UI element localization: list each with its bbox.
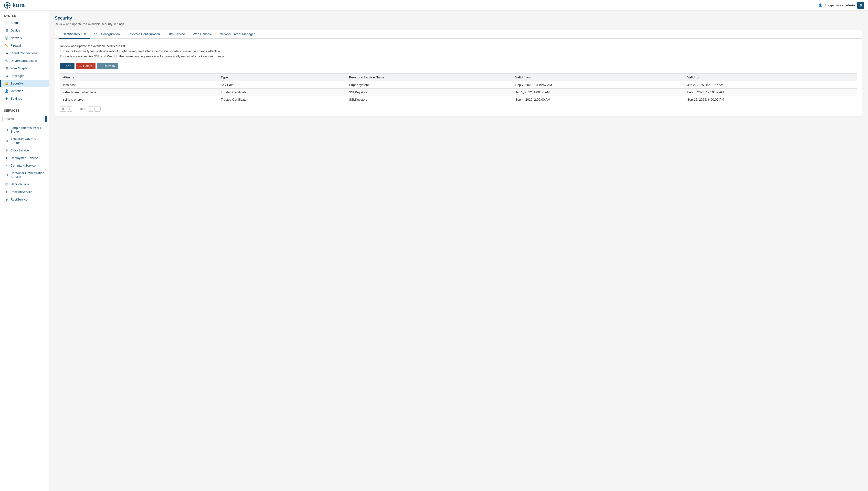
cell-keystore-service-name: SSLKeystore: [346, 96, 512, 103]
cell-type: Trusted Certificate: [218, 96, 346, 103]
sidebar-item-label: Network: [10, 36, 22, 40]
cell-keystore-service-name: SSLKeystore: [346, 89, 512, 96]
sidebar-item-label: Wire Graph: [10, 66, 27, 70]
sidebar-item-label: RestService: [10, 198, 28, 201]
col-valid-from: Valid from: [512, 74, 684, 81]
tab-network-threat-manager[interactable]: Network Threat Manager: [216, 30, 259, 39]
tab-keystore-configuration[interactable]: Keystore Configuration: [124, 30, 164, 39]
panel: Review and update the available certific…: [55, 39, 862, 117]
table-row[interactable]: ssl-eclipse-marketplace Trusted Certific…: [60, 89, 857, 96]
logo-area: kura: [4, 2, 25, 9]
sidebar-item-label: DeploymentService: [10, 156, 38, 160]
firewall-icon: ✏️: [5, 44, 8, 48]
cell-valid-to: Feb 6, 2023, 12:59:59 AM: [684, 89, 857, 96]
h2db-icon: ☰: [5, 182, 8, 186]
table-body: localhost Key Pair HttpsKeystore Sep 7, …: [60, 81, 857, 103]
page-info: 1-3 of 3: [73, 107, 87, 111]
drivers-icon: 🔧: [5, 59, 8, 62]
tabs-container: Certificates List SSL Configuration Keys…: [55, 30, 862, 39]
sidebar-item-settings[interactable]: ⚙ Settings: [0, 95, 49, 103]
tab-ssl-configuration[interactable]: SSL Configuration: [90, 30, 124, 39]
cell-type: Key Pair: [218, 81, 346, 89]
top-header: kura 👤 Logged in as admin ⚙: [0, 0, 868, 11]
pagination: ⟨⟨ ⟨ 1-3 of 3 ⟩ ⟩⟩: [60, 106, 857, 112]
artemis-mqtt-icon: ⊛: [5, 128, 8, 132]
activemq-icon: ⊛: [5, 139, 8, 143]
svg-point-1: [6, 4, 8, 7]
cell-valid-from: Sep 4, 2020, 2:00:00 AM: [512, 96, 684, 103]
delete-button[interactable]: — Delete: [76, 63, 95, 69]
packages-icon: 🗂: [5, 74, 8, 78]
action-bar: + Add — Delete ↻ Refresh: [60, 63, 857, 69]
identities-icon: 👤: [5, 89, 8, 93]
tab-web-console[interactable]: Web Console: [189, 30, 216, 39]
sidebar-divider: [0, 104, 49, 104]
cell-alias: ssl-lets-encrypt: [60, 96, 218, 103]
device-icon: 🖥: [5, 29, 8, 32]
sidebar-item-label: Drivers and Assets: [10, 59, 37, 62]
settings-gear-button[interactable]: ⚙: [857, 2, 864, 9]
sidebar-item-label: ActiveMQ Artemis Broker: [10, 137, 45, 145]
sidebar-item-deployment-service[interactable]: ⬇ DeploymentService: [0, 154, 49, 162]
cell-keystore-service-name: HttpsKeystore: [346, 81, 512, 89]
sidebar: System ❕ Status 🖥 Device 📡 Network ✏️ Fi…: [0, 11, 49, 491]
refresh-button[interactable]: ↻ Refresh: [97, 63, 118, 69]
sidebar-item-cloud-connections[interactable]: ☁ Cloud Connections: [0, 49, 49, 57]
next-page-button[interactable]: ⟩: [88, 106, 93, 112]
certificates-table: Alias ▲ Type Keystore Service Name Valid…: [60, 73, 857, 103]
logged-in-label: Logged in as: [825, 3, 843, 7]
table-row[interactable]: localhost Key Pair HttpsKeystore Sep 7, …: [60, 81, 857, 89]
sidebar-item-activemq-artemis-broker[interactable]: ⊛ ActiveMQ Artemis Broker: [0, 135, 49, 147]
col-type: Type: [218, 74, 346, 81]
services-add-button[interactable]: +: [45, 116, 47, 122]
sidebar-item-label: Settings: [10, 97, 22, 100]
sidebar-item-label: Packages: [10, 74, 24, 78]
rest-icon: ⊛: [5, 198, 8, 201]
sidebar-item-identities[interactable]: 👤 Identities: [0, 87, 49, 95]
sidebar-item-label: Status: [10, 21, 20, 25]
sidebar-item-firewall[interactable]: ✏️ Firewall: [0, 42, 49, 49]
panel-desc-line2: For some keystore types, a device reboot…: [60, 49, 857, 54]
sidebar-item-drivers-assets[interactable]: 🔧 Drivers and Assets: [0, 57, 49, 64]
sidebar-item-rest-service[interactable]: ⊛ RestService: [0, 196, 49, 203]
prev-page-button[interactable]: ⟨: [67, 106, 72, 112]
col-alias-label: Alias: [63, 76, 70, 79]
add-button[interactable]: + Add: [60, 63, 74, 69]
services-section-title: Services: [0, 106, 49, 114]
sidebar-item-label: PositionService: [10, 190, 32, 194]
cloud-icon: ☁: [5, 51, 8, 55]
sidebar-item-device[interactable]: 🖥 Device: [0, 27, 49, 34]
sidebar-item-packages[interactable]: 🗂 Packages: [0, 72, 49, 80]
security-icon: 🔒: [5, 82, 8, 85]
sidebar-item-label: Cloud Connections: [10, 51, 37, 55]
sidebar-item-label: Device: [10, 29, 20, 32]
cell-alias: localhost: [60, 81, 218, 89]
sidebar-item-position-service[interactable]: ➤ PositionService: [0, 188, 49, 196]
sidebar-item-simple-artemis-mqtt-broker[interactable]: ⊛ Simple Artemis MQTT Broker: [0, 124, 49, 135]
last-page-button[interactable]: ⟩⟩: [94, 106, 101, 112]
sidebar-item-label: Identities: [10, 89, 23, 93]
col-alias[interactable]: Alias ▲: [60, 74, 218, 81]
sidebar-item-command-service[interactable]: >_ CommandService: [0, 162, 49, 169]
sidebar-item-wire-graph[interactable]: ⊞ Wire Graph: [0, 64, 49, 72]
services-search-input[interactable]: [2, 116, 43, 122]
tab-http-service[interactable]: Http Service: [164, 30, 189, 39]
logo-text: kura: [13, 2, 25, 8]
services-controls: +: [0, 114, 49, 124]
kura-logo-icon: [4, 2, 11, 9]
user-area: 👤 Logged in as admin ⚙: [818, 2, 864, 9]
sidebar-item-status[interactable]: ❕ Status: [0, 19, 49, 27]
sidebar-item-clock-service[interactable]: ⊙ ClockService: [0, 147, 49, 154]
col-valid-to: Valid to: [684, 74, 857, 81]
cell-valid-to: Jun 3, 2025, 10:19:57 AM: [684, 81, 857, 89]
container-icon: ⊙: [5, 173, 8, 177]
first-page-button[interactable]: ⟨⟨: [60, 106, 66, 112]
app-body: System ❕ Status 🖥 Device 📡 Network ✏️ Fi…: [0, 11, 868, 491]
table-row[interactable]: ssl-lets-encrypt Trusted Certificate SSL…: [60, 96, 857, 103]
sidebar-item-network[interactable]: 📡 Network: [0, 34, 49, 42]
tab-certificates-list[interactable]: Certificates List: [59, 30, 90, 39]
sidebar-item-security[interactable]: 🔒 Security: [0, 80, 49, 87]
sidebar-item-h2db-service[interactable]: ☰ H2DbService: [0, 180, 49, 188]
sidebar-item-container-orchestration-service[interactable]: ⊙ Container Orchestration Service: [0, 169, 49, 180]
panel-desc-line1: Review and update the available certific…: [60, 44, 857, 49]
